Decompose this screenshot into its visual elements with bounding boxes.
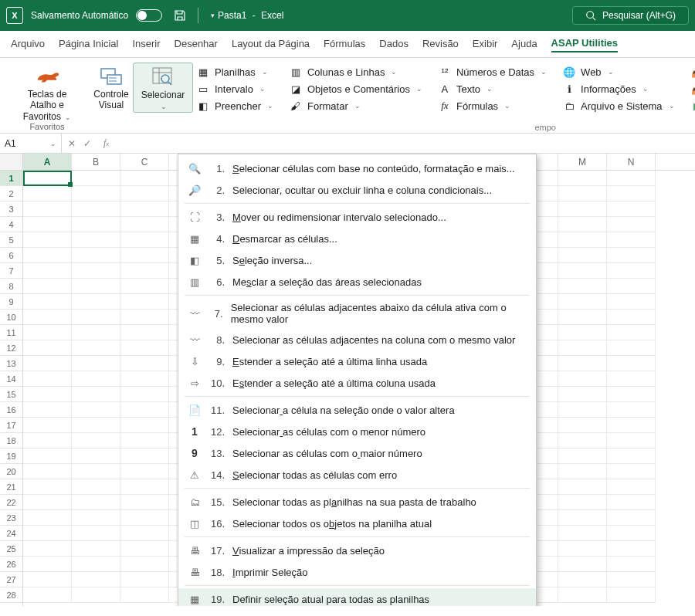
cell[interactable] [120, 371, 169, 387]
row-header[interactable]: 15 [0, 387, 22, 402]
sheets-menu[interactable]: ▦Planilhas⌄ [196, 66, 273, 78]
row-header[interactable]: 16 [0, 402, 22, 418]
cell[interactable] [558, 279, 607, 294]
cell[interactable] [120, 557, 169, 572]
cell[interactable] [607, 557, 656, 572]
file-system-menu[interactable]: 🗀Arquivo e Sistema⌄ [562, 100, 675, 112]
cell[interactable] [23, 526, 72, 541]
tab-formulas[interactable]: Fórmulas [324, 38, 365, 52]
cell[interactable] [72, 171, 120, 186]
row-header[interactable]: 27 [0, 572, 22, 587]
cell[interactable] [23, 201, 72, 217]
cell[interactable] [72, 279, 120, 294]
cell[interactable] [23, 479, 72, 495]
cell[interactable] [558, 387, 607, 402]
row-header[interactable]: 1 [0, 171, 22, 186]
cell[interactable] [23, 371, 72, 387]
autosave-toggle[interactable] [136, 9, 162, 22]
cell[interactable] [607, 310, 656, 325]
cell[interactable] [72, 495, 120, 510]
cell[interactable] [72, 557, 120, 572]
objects-comments-menu[interactable]: ◪Objetos e Comentários⌄ [289, 83, 422, 95]
tab-insert[interactable]: Inserir [132, 38, 160, 52]
cell[interactable] [558, 402, 607, 418]
cell[interactable] [72, 186, 120, 201]
cell[interactable] [607, 495, 656, 510]
cell[interactable] [120, 464, 169, 479]
cell[interactable] [607, 587, 656, 603]
cell[interactable] [120, 310, 169, 325]
row-header[interactable]: 26 [0, 557, 22, 572]
cell[interactable] [72, 387, 120, 402]
menu-item[interactable]: ⛶3.Mover ou redimensionar intervalo sele… [178, 206, 536, 228]
column-header[interactable]: B [72, 154, 120, 170]
cell[interactable] [120, 433, 169, 448]
cell[interactable] [120, 418, 169, 433]
cell[interactable] [120, 325, 169, 340]
cell[interactable] [72, 371, 120, 387]
cell[interactable] [558, 495, 607, 510]
tab-home[interactable]: Página Inicial [59, 38, 118, 52]
row-header[interactable]: 7 [0, 263, 22, 279]
cell[interactable] [23, 418, 72, 433]
cell[interactable] [72, 587, 120, 603]
cell[interactable] [558, 171, 607, 186]
cell[interactable] [23, 557, 72, 572]
cell[interactable] [23, 387, 72, 402]
cell[interactable] [23, 572, 72, 587]
cell[interactable] [558, 325, 607, 340]
cell[interactable] [120, 448, 169, 464]
cell[interactable] [558, 433, 607, 448]
cell[interactable] [558, 340, 607, 356]
tab-help[interactable]: Ajuda [511, 38, 537, 52]
name-box[interactable]: A1 ⌄ [0, 134, 62, 153]
tab-page-layout[interactable]: Layout da Página [232, 38, 310, 52]
cell[interactable] [72, 310, 120, 325]
cell[interactable] [607, 510, 656, 526]
cell[interactable] [607, 263, 656, 279]
cell[interactable] [23, 263, 72, 279]
row-header[interactable]: 18 [0, 433, 22, 448]
cell[interactable] [72, 263, 120, 279]
row-header[interactable]: 24 [0, 526, 22, 541]
cell[interactable] [120, 171, 169, 186]
cell[interactable] [23, 510, 72, 526]
range-menu[interactable]: ▭Intervalo⌄ [196, 83, 273, 95]
menu-item[interactable]: 〰7.Selecionar as células adjacentes abai… [178, 298, 536, 329]
tab-file[interactable]: Arquivo [11, 38, 45, 52]
cell[interactable] [72, 217, 120, 232]
tab-review[interactable]: Revisão [422, 38, 459, 52]
cell[interactable] [72, 418, 120, 433]
menu-item[interactable]: 🔎2.Selecionar, ocultar ou excluir linha … [178, 179, 536, 201]
columns-rows-menu[interactable]: ▥Colunas e Linhas⌄ [289, 66, 422, 78]
cell[interactable] [120, 186, 169, 201]
cell[interactable] [120, 279, 169, 294]
cell[interactable] [120, 201, 169, 217]
cell[interactable] [558, 448, 607, 464]
cell[interactable] [120, 402, 169, 418]
cell[interactable] [558, 464, 607, 479]
document-title[interactable]: ▾ Pasta1 - Excel [211, 10, 283, 21]
cell[interactable] [23, 464, 72, 479]
row-header[interactable]: 4 [0, 217, 22, 232]
cell[interactable] [72, 433, 120, 448]
row-header[interactable]: 8 [0, 279, 22, 294]
cell[interactable] [23, 587, 72, 603]
tab-asap-utilities[interactable]: ASAP Utilities [551, 37, 618, 52]
cell[interactable] [120, 294, 169, 310]
menu-item[interactable]: ◫16.Selecionar todos os objetos na plani… [178, 513, 536, 534]
cell[interactable] [72, 201, 120, 217]
row-header[interactable]: 10 [0, 310, 22, 325]
cell[interactable] [72, 294, 120, 310]
cell[interactable] [23, 248, 72, 263]
cell[interactable] [120, 495, 169, 510]
cell[interactable] [607, 294, 656, 310]
search-box[interactable]: Pesquisar (Alt+G) [572, 6, 689, 25]
cell[interactable] [120, 217, 169, 232]
menu-item[interactable]: 🗂15.Selecionar todas as planilhas na sua… [178, 491, 536, 513]
row-header[interactable]: 19 [0, 448, 22, 464]
cell[interactable] [558, 541, 607, 557]
cell[interactable] [72, 356, 120, 371]
row-header[interactable]: 6 [0, 248, 22, 263]
import-menu[interactable]: 📥Im [690, 66, 695, 78]
